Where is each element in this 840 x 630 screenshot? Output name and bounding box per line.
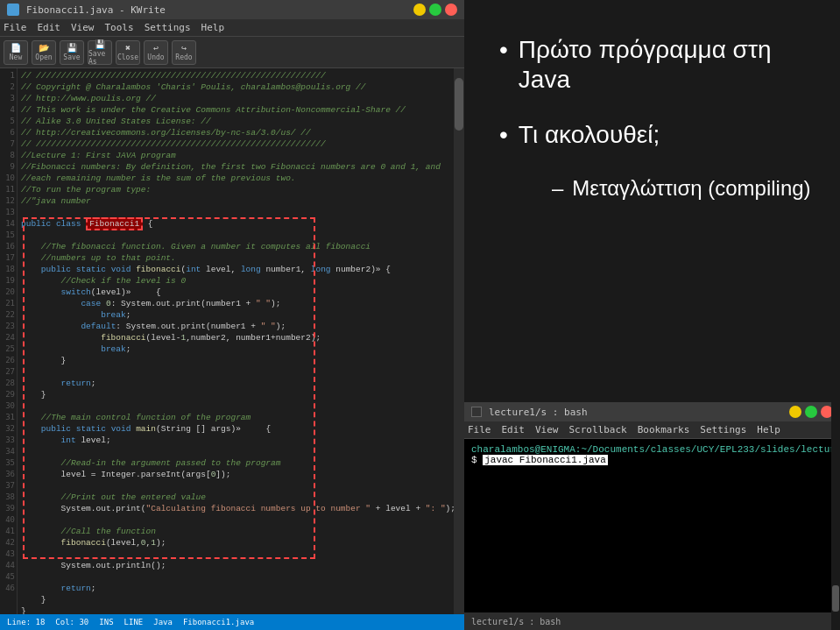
term-menu-scrollback[interactable]: Scrollback bbox=[569, 424, 627, 435]
slide-bullet-1: • Πρώτο πρόγραμμα στη Java bbox=[499, 35, 814, 94]
term-menu-view[interactable]: View bbox=[535, 424, 559, 435]
sub-dash-1: – bbox=[552, 176, 563, 201]
editor-scrollbar[interactable] bbox=[454, 68, 464, 614]
slide-panel: • Πρώτο πρόγραμμα στη Java • Τι ακολουθε… bbox=[464, 0, 840, 630]
term-menu-settings[interactable]: Settings bbox=[700, 424, 746, 435]
editor-statusbar: Line: 18 Col: 30 INS LINE Java Fibonacci… bbox=[0, 614, 464, 630]
status-line: Line: 18 bbox=[7, 618, 45, 626]
status-line-mode: LINE bbox=[124, 618, 144, 626]
editor-content: 12345 678910 1112131415 1617181920 21222… bbox=[0, 68, 464, 614]
menu-settings[interactable]: Settings bbox=[145, 22, 191, 33]
maximize-button[interactable] bbox=[429, 4, 441, 16]
menu-view[interactable]: View bbox=[71, 22, 95, 33]
status-ins: INS bbox=[99, 618, 113, 626]
save-as-icon: 💾 bbox=[95, 39, 105, 49]
editor-titlebar: Fibonacci1.java - KWrite bbox=[0, 0, 464, 19]
terminal-scrollbar[interactable] bbox=[831, 402, 840, 630]
terminal-title: lecture1/s : bash bbox=[489, 407, 588, 418]
terminal-bottom-label: lecture1/s : bash bbox=[471, 617, 561, 626]
save-as-button[interactable]: 💾 Save As bbox=[88, 40, 112, 65]
editor-menubar: File Edit View Tools Settings Help bbox=[0, 19, 464, 37]
terminal-icon bbox=[471, 407, 482, 417]
redo-button[interactable]: ↪ Redo bbox=[172, 40, 196, 65]
close-button[interactable] bbox=[445, 4, 457, 16]
terminal-command: javac Fibonacci1.java bbox=[483, 455, 608, 465]
terminal-path: charalambos@ENIGMA:~/Documents/classes/U… bbox=[471, 444, 840, 455]
slide-bullet-2: • Τι ακολουθεί; bbox=[499, 120, 814, 150]
kwrite-icon bbox=[7, 4, 19, 16]
class-highlight: Fibonacci1 bbox=[86, 217, 143, 230]
bullet-text-2: Τι ακολουθεί; bbox=[519, 120, 660, 150]
line-numbers: 12345 678910 1112131415 1617181920 21222… bbox=[0, 68, 18, 614]
terminal-minimize[interactable] bbox=[789, 406, 801, 418]
save-button[interactable]: 💾 Save bbox=[60, 40, 84, 65]
bullet-dot-2: • bbox=[499, 120, 508, 150]
menu-file[interactable]: File bbox=[4, 22, 27, 33]
editor-title: Fibonacci1.java - KWrite bbox=[26, 4, 166, 16]
scrollbar-thumb[interactable] bbox=[455, 78, 463, 131]
close-file-icon: ✖ bbox=[125, 43, 131, 53]
new-icon: 📄 bbox=[11, 43, 21, 53]
terminal-path-line: charalambos@ENIGMA:~/Documents/classes/U… bbox=[471, 444, 833, 465]
terminal-titlebar: lecture1/s : bash bbox=[464, 402, 840, 421]
terminal-content[interactable]: charalambos@ENIGMA:~/Documents/classes/U… bbox=[464, 439, 840, 612]
status-col: Col: 30 bbox=[55, 618, 88, 626]
term-menu-edit[interactable]: Edit bbox=[502, 424, 526, 435]
terminal-window-controls bbox=[789, 406, 833, 418]
editor-toolbar: 📄 New 📂 Open 💾 Save 💾 Save As ✖ Close ↩ … bbox=[0, 37, 464, 68]
menu-tools[interactable]: Tools bbox=[105, 22, 134, 33]
redo-icon: ↪ bbox=[181, 43, 187, 53]
bullet-text-1: Πρώτο πρόγραμμα στη Java bbox=[519, 35, 814, 94]
bullet-dot-1: • bbox=[499, 35, 508, 65]
term-menu-file[interactable]: File bbox=[468, 424, 491, 435]
open-button[interactable]: 📂 Open bbox=[32, 40, 56, 65]
terminal-panel: lecture1/s : bash File Edit View Scrollb… bbox=[464, 402, 840, 630]
status-language: Java bbox=[153, 618, 173, 626]
code-area[interactable]: // /////////////////////////////////////… bbox=[18, 68, 454, 614]
menu-edit[interactable]: Edit bbox=[38, 22, 61, 33]
terminal-menubar: File Edit View Scrollback Bookmarks Sett… bbox=[464, 421, 840, 439]
sub-bullet-1: – Μεταγλώττιση (compiling) bbox=[552, 176, 814, 201]
status-filename: Fibonacci1.java bbox=[183, 618, 254, 626]
menu-help[interactable]: Help bbox=[201, 22, 225, 33]
new-button[interactable]: 📄 New bbox=[4, 40, 28, 65]
undo-icon: ↩ bbox=[153, 43, 159, 53]
minimize-button[interactable] bbox=[413, 4, 426, 16]
terminal-scroll-thumb[interactable] bbox=[832, 585, 839, 612]
editor-panel: Fibonacci1.java - KWrite File Edit View … bbox=[0, 0, 464, 630]
terminal-bottombar: lecture1/s : bash bbox=[464, 612, 840, 630]
slide-sub-bullets: – Μεταγλώττιση (compiling) bbox=[499, 176, 814, 201]
close-file-button[interactable]: ✖ Close bbox=[116, 40, 140, 65]
open-icon: 📂 bbox=[39, 43, 49, 53]
terminal-maximize[interactable] bbox=[805, 406, 817, 418]
term-menu-bookmarks[interactable]: Bookmarks bbox=[638, 424, 690, 435]
sub-bullet-text-1: Μεταγλώττιση (compiling) bbox=[572, 176, 810, 201]
term-menu-help[interactable]: Help bbox=[757, 424, 780, 435]
undo-button[interactable]: ↩ Undo bbox=[144, 40, 168, 65]
save-icon: 💾 bbox=[67, 43, 77, 53]
window-controls bbox=[413, 4, 457, 16]
